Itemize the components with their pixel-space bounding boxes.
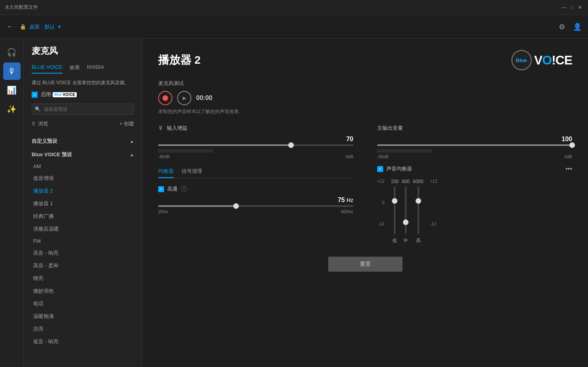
main-tabs: BLUE VOICE 效果 NVIDIA	[32, 62, 134, 74]
blue-voice-logo-text: VO!CE	[534, 53, 572, 68]
left-panel: 麦克风 BLUE VOICE 效果 NVIDIA 通过 BLUE VOICE 全…	[24, 39, 142, 367]
output-volume-thumb[interactable]	[569, 142, 575, 148]
eq-checkbox[interactable]	[377, 166, 383, 172]
search-input[interactable]	[32, 104, 134, 115]
preset-treble-soft[interactable]: 高音 - 柔和	[32, 259, 134, 272]
custom-presets-header[interactable]: 自定义预设 ▲	[32, 134, 134, 147]
blue-voice-badge: Blue VO!CE	[53, 92, 77, 97]
eq-scale-left: +12 0 -12	[377, 179, 385, 226]
eq-thumb-600[interactable]	[403, 219, 408, 225]
input-gain-slider[interactable]	[158, 144, 354, 146]
preset-bass-bright[interactable]: 低音 - 响亮	[32, 335, 134, 348]
eq-section: 声音均衡器 ••• +12 0 -12	[377, 165, 573, 244]
icon-sidebar: 🎧 🎙 📊 ✨	[0, 39, 24, 367]
blue-voice-presets-header[interactable]: Blue VOICE 预设 ▲	[32, 147, 134, 161]
header-right: ⚙ 👤	[559, 23, 582, 31]
signal-tab[interactable]: 信号清理	[182, 165, 202, 178]
preset-subtle[interactable]: 微妙润色	[32, 285, 134, 297]
preset-bass-boost[interactable]: 低音增强	[32, 172, 134, 185]
eq-track-150[interactable]	[394, 187, 395, 234]
preset-booming[interactable]: 洪亮	[32, 323, 134, 335]
highpass-label: 高通	[167, 185, 178, 193]
input-gain-fill	[158, 144, 291, 146]
microphone-icon: 🎙	[158, 125, 164, 131]
eq-header: 声音均衡器 •••	[377, 165, 573, 172]
preset-fm[interactable]: FM	[32, 235, 134, 247]
tab-blue-voice[interactable]: BLUE VOICE	[32, 62, 62, 74]
input-gain-track	[158, 144, 354, 146]
eq-scale-right: +12 -12	[430, 179, 437, 226]
title-bar-info: 永久性配置文件	[5, 4, 38, 11]
profile-selector[interactable]: 🔒 桌面：默认 ▾	[20, 23, 61, 30]
custom-presets-label: 自定义预设	[32, 138, 57, 145]
controls-grid: 🎙 输入增益 70	[158, 125, 572, 244]
hp-value: 75 Hz	[158, 197, 354, 204]
preset-crisp-warm[interactable]: 清脆且温暖	[32, 223, 134, 235]
title-bar-title: 永久性配置文件	[5, 4, 38, 11]
chevron-up-icon-2: ▲	[130, 152, 134, 157]
gain-max-label: 0dB	[346, 154, 354, 159]
blue-logo-circle: Blue	[511, 50, 532, 70]
left-controls: 🎙 输入增益 70	[158, 125, 354, 244]
output-volume-labels: -80dB 0dB	[377, 154, 573, 159]
hp-min-label: 20Hz	[158, 209, 168, 214]
mic-test-controls: ▶ 00:00	[158, 91, 572, 105]
output-volume-track	[377, 144, 573, 146]
input-gain-labels: -80dB 0dB	[158, 154, 354, 159]
eq-thumb-150[interactable]	[392, 198, 397, 204]
reset-button[interactable]: 重置	[328, 257, 403, 272]
preset-classic-radio[interactable]: 经典广播	[32, 210, 134, 223]
play-button[interactable]: ▶	[177, 91, 191, 105]
sidebar-item-headphones[interactable]: 🎧	[3, 44, 21, 61]
chevron-up-icon: ▲	[130, 139, 134, 144]
eq-label-6000: 高	[416, 237, 421, 244]
sidebar-item-microphone[interactable]: 🎙	[3, 62, 21, 80]
preset-warm-full[interactable]: 温暖饱满	[32, 310, 134, 323]
eq-band-6000: 6000 高	[413, 179, 424, 244]
sidebar-item-mixer[interactable]: 📊	[3, 81, 21, 99]
output-volume-label-row: 主输出音量	[377, 125, 573, 132]
browse-section: ⠿ 浏览	[32, 120, 48, 127]
eq-track-6000[interactable]	[418, 187, 419, 234]
maximize-button[interactable]: □	[569, 4, 575, 11]
eq-band-600: 600 中	[402, 179, 410, 244]
preset-am[interactable]: AM	[32, 161, 134, 172]
create-button[interactable]: + 创建	[119, 120, 134, 127]
eq-band-150: 150 低	[391, 179, 399, 244]
settings-button[interactable]: ⚙	[559, 23, 565, 31]
user-button[interactable]: 👤	[573, 23, 582, 31]
enable-checkbox[interactable]	[32, 92, 38, 98]
sidebar-item-lighting[interactable]: ✨	[3, 100, 21, 118]
input-gain-thumb[interactable]	[288, 142, 294, 148]
hp-fill	[158, 205, 236, 207]
browse-label[interactable]: 浏览	[38, 120, 48, 127]
title-bar: 永久性配置文件 — □ ✕	[0, 0, 588, 15]
eq-thumb-6000[interactable]	[416, 198, 421, 204]
help-icon[interactable]: ?	[181, 186, 187, 192]
hp-thumb[interactable]	[233, 203, 239, 209]
tab-nvidia[interactable]: NVIDIA	[87, 62, 104, 74]
preset-player1[interactable]: 播放器 1	[32, 197, 134, 210]
tab-effects[interactable]: 效果	[70, 62, 80, 74]
output-volume-slider[interactable]	[377, 144, 573, 146]
output-volume-title: 主输出音量	[377, 125, 403, 132]
preset-scroll: 自定义预设 ▲ Blue VOICE 预设 ▲ AM 低音增强 播放器 2 播放…	[24, 134, 142, 367]
main-content: 播放器 2 Blue VO!CE 麦克风测试 ▶ 00:00 录制您的声音样本以…	[142, 39, 588, 367]
eq-tab[interactable]: 均衡器	[158, 165, 174, 178]
chevron-down-icon: ▾	[58, 24, 61, 30]
highpass-checkbox[interactable]	[158, 186, 164, 192]
preset-treble-bright[interactable]: 高音 - 响亮	[32, 247, 134, 259]
output-tick-marks	[377, 148, 573, 153]
preset-telephone[interactable]: 电话	[32, 297, 134, 310]
eq-track-600[interactable]	[405, 187, 406, 234]
record-button[interactable]	[158, 91, 172, 105]
preset-player2[interactable]: 播放器 2	[32, 185, 134, 197]
hp-slider[interactable]	[158, 205, 354, 207]
input-gain-section: 🎙 输入增益 70	[158, 125, 354, 159]
eq-more-button[interactable]: •••	[565, 165, 572, 172]
blue-voice-presets-label: Blue VOICE 预设	[32, 151, 72, 158]
minimize-button[interactable]: —	[561, 4, 567, 11]
back-button[interactable]: ←	[6, 23, 13, 31]
close-button[interactable]: ✕	[577, 4, 583, 11]
preset-vivid[interactable]: 嘹亮	[32, 272, 134, 285]
